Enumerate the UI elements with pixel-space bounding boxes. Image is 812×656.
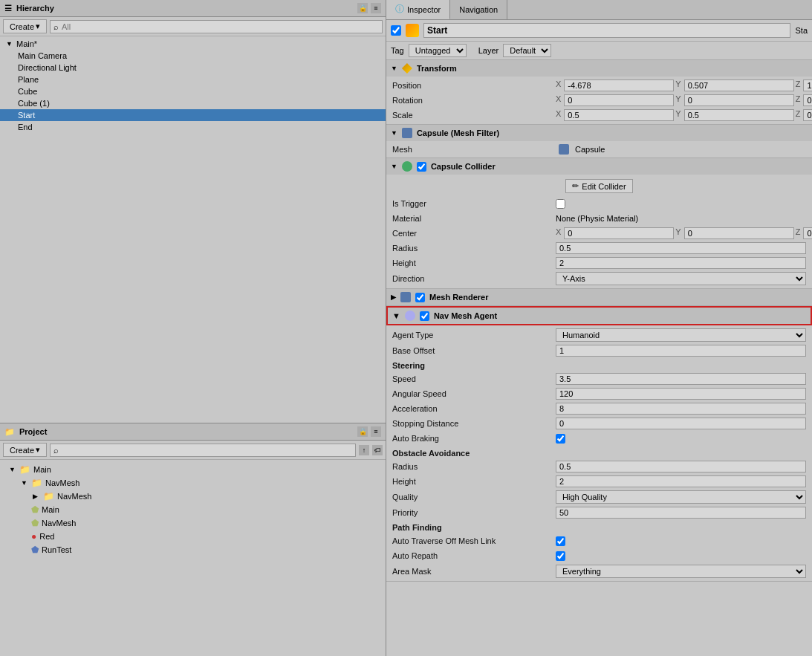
hierarchy-create-button[interactable]: Create ▾ [3,19,47,33]
project-tag-icon[interactable]: 🏷 [372,445,383,455]
center-x-input[interactable] [564,227,674,239]
rot-y-input[interactable] [684,94,794,106]
radius-row: Radius [386,241,812,256]
project-item-runtest[interactable]: ⬟ RunTest [3,543,383,556]
rot-x-input[interactable] [564,94,674,106]
pos-z-input[interactable] [803,79,812,91]
mesh-renderer-header[interactable]: ▶ Mesh Renderer [386,289,812,305]
hierarchy-item-start[interactable]: Start [0,109,386,121]
mesh-renderer-enabled[interactable] [415,293,425,302]
pos-x-label: X [556,79,561,91]
tab-navigation[interactable]: Navigation [450,0,507,19]
nav-agent-enabled[interactable] [420,311,429,321]
hierarchy-search-box[interactable]: ⌕ [50,20,383,33]
center-z-input[interactable] [803,227,812,239]
project-menu-icon[interactable]: ≡ [371,426,381,437]
layer-label: Layer [478,46,499,55]
mesh-label: Mesh [392,145,556,154]
base-offset-input[interactable] [556,345,806,357]
mesh-filter-expand-icon: ▼ [391,129,397,137]
auto-repath-checkbox[interactable] [556,551,565,561]
go-active-checkbox[interactable] [391,25,401,36]
tab-bar: ⓘ Inspector Navigation [386,0,812,20]
hierarchy-lock-icon[interactable]: 🔒 [357,3,368,13]
mesh-filter-header[interactable]: ▼ Capsule (Mesh Filter) [386,125,812,141]
layer-dropdown[interactable]: Default [503,44,551,57]
hierarchy-item-directional-light[interactable]: Directional Light [0,62,386,74]
priority-input[interactable] [556,507,806,519]
nav-mesh-agent-header[interactable]: ▼ Nav Mesh Agent [386,306,812,325]
project-item-red[interactable]: ● Red [3,530,383,543]
project-search-input[interactable] [62,446,352,455]
agent-type-label: Agent Type [392,331,556,340]
hierarchy-menu-icon[interactable]: ≡ [371,3,381,13]
acceleration-input[interactable] [556,403,806,415]
project-item-main-folder[interactable]: ▼ 📁 Main [3,463,383,476]
project-create-button[interactable]: Create ▾ [3,443,47,457]
hierarchy-item-main[interactable]: ▼ Main* [0,38,386,50]
capsule-collider-section: ▼ Capsule Collider ✏ Edit Collider Is Tr… [386,158,812,289]
go-name-input[interactable] [423,23,790,38]
edit-collider-button[interactable]: ✏ Edit Collider [565,179,632,193]
center-z-label: Z [796,227,801,239]
hierarchy-item-plane[interactable]: Plane [0,74,386,85]
direction-dropdown[interactable]: Y-Axis [556,272,806,285]
project-item-navmesh-folder[interactable]: ▼ 📁 NavMesh [3,476,383,490]
project-item-navmesh-asset[interactable]: ⬟ NavMesh [3,516,383,530]
center-x-label: X [556,227,561,239]
base-offset-row: Base Offset [386,343,812,358]
hierarchy-toolbar: Create ▾ ⌕ [0,17,386,36]
direction-label: Direction [392,274,556,283]
stopping-distance-input[interactable] [556,418,806,429]
project-item-label: NavMesh [45,478,79,487]
obstacle-avoidance-subheader: Obstacle Avoidance [386,446,812,459]
agent-type-dropdown[interactable]: Humanoid [556,328,806,342]
hierarchy-search-input[interactable] [62,22,379,31]
position-xyz: X Y Z [556,79,812,91]
capsule-collider-icon [402,161,412,172]
project-item-main-asset[interactable]: ⬟ Main [3,503,383,516]
pos-y-input[interactable] [684,79,794,91]
area-mask-dropdown[interactable]: Everything [556,565,806,578]
project-upload-icon[interactable]: ↑ [359,445,369,455]
radius-input[interactable] [556,242,806,254]
project-item-navmesh-sub[interactable]: ▶ 📁 NavMesh [3,490,383,503]
project-title: Project [19,427,47,436]
rot-z-input[interactable] [803,94,812,106]
inspector-content: Sta Tag Untagged Layer Default ▼ Transfo… [386,20,812,656]
auto-braking-row: Auto Braking [386,431,812,446]
transform-header[interactable]: ▼ Transform [386,60,812,77]
auto-braking-checkbox[interactable] [556,434,565,444]
navmesh-sub-icon: 📁 [43,491,54,501]
quality-dropdown[interactable]: High Quality [556,490,806,504]
tab-inspector[interactable]: ⓘ Inspector [386,0,450,19]
stopping-distance-label: Stopping Distance [392,419,556,428]
center-y-input[interactable] [684,227,794,239]
obs-radius-row: Radius [386,459,812,474]
hierarchy-item-cube[interactable]: Cube [0,85,386,97]
obs-radius-input[interactable] [556,461,806,472]
transform-body: Position X Y Z Rotation X [386,77,812,124]
scale-z-input[interactable] [803,109,812,121]
scale-y-input[interactable] [684,109,794,121]
capsule-collider-enabled[interactable] [417,162,426,172]
tag-dropdown[interactable]: Untagged [409,44,467,57]
capsule-collider-header[interactable]: ▼ Capsule Collider [386,158,812,175]
hierarchy-item-cube1[interactable]: Cube (1) [0,97,386,109]
hierarchy-item-main-camera[interactable]: Main Camera [0,50,386,62]
hierarchy-item-label: End [18,123,33,131]
hierarchy-item-end[interactable]: End [0,121,386,133]
speed-input[interactable] [556,373,806,385]
height-input[interactable] [556,257,806,269]
hierarchy-item-label: Cube (1) [18,99,50,108]
scale-x-input[interactable] [564,109,674,121]
obs-height-input[interactable] [556,475,806,487]
auto-traverse-checkbox[interactable] [556,536,565,546]
project-search-box[interactable]: ⌕ [50,444,356,457]
mesh-filter-icon [402,128,412,138]
pos-x-input[interactable] [564,79,674,91]
agent-type-row: Agent Type Humanoid [386,327,812,343]
is-trigger-checkbox[interactable] [556,199,565,209]
project-lock-icon[interactable]: 🔒 [357,426,368,437]
angular-speed-input[interactable] [556,388,806,400]
